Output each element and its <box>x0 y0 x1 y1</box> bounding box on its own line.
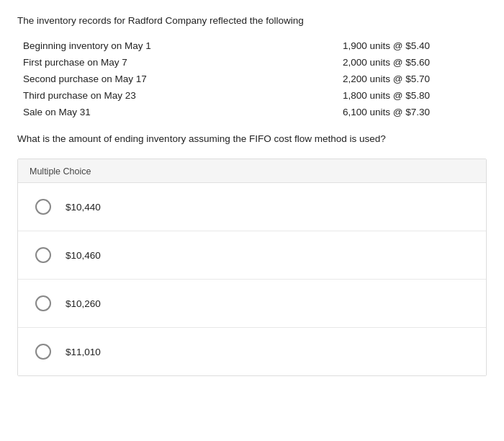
mc-options: $10,440 $10,460 $10,260 $11,010 <box>18 183 486 375</box>
inventory-label-0: Beginning inventory on May 1 <box>23 38 181 55</box>
inventory-row-1: First purchase on May 7 2,000 units @ $5… <box>23 55 487 71</box>
inventory-row-4: Sale on May 31 6,100 units @ $7.30 <box>23 104 487 121</box>
option-label-4: $11,010 <box>66 347 101 357</box>
page-container: The inventory records for Radford Compan… <box>0 0 504 441</box>
mc-option-3[interactable]: $10,260 <box>18 280 486 328</box>
inventory-value-3: 1,800 units @ $5.80 <box>343 88 487 104</box>
inventory-value-0: 1,900 units @ $5.40 <box>343 38 487 55</box>
radio-button-1[interactable] <box>35 199 51 215</box>
mc-header: Multiple Choice <box>18 159 486 183</box>
radio-button-4[interactable] <box>35 344 51 360</box>
radio-button-2[interactable] <box>35 247 51 263</box>
option-label-3: $10,260 <box>66 298 101 309</box>
inventory-row-2: Second purchase on May 17 2,200 units @ … <box>23 71 487 88</box>
inventory-label-4: Sale on May 31 <box>23 104 181 121</box>
inventory-label-1: First purchase on May 7 <box>23 55 181 71</box>
inventory-value-2: 2,200 units @ $5.70 <box>343 71 487 88</box>
mc-option-2[interactable]: $10,460 <box>18 231 486 280</box>
multiple-choice-section: Multiple Choice $10,440 $10,460 $10,260 … <box>17 159 487 376</box>
inventory-value-4: 6,100 units @ $7.30 <box>343 104 487 121</box>
option-label-1: $10,440 <box>66 202 101 213</box>
radio-button-3[interactable] <box>35 295 51 311</box>
mc-option-1[interactable]: $10,440 <box>18 183 486 231</box>
option-label-2: $10,460 <box>66 250 101 261</box>
inventory-value-1: 2,000 units @ $5.60 <box>343 55 487 71</box>
mc-option-4[interactable]: $11,010 <box>18 328 486 375</box>
inventory-row-3: Third purchase on May 23 1,800 units @ $… <box>23 88 487 104</box>
inventory-label-2: Second purchase on May 17 <box>23 71 181 88</box>
inventory-label-3: Third purchase on May 23 <box>23 88 181 104</box>
inventory-row-0: Beginning inventory on May 1 1,900 units… <box>23 38 487 55</box>
intro-text: The inventory records for Radford Compan… <box>17 14 487 28</box>
inventory-table: Beginning inventory on May 1 1,900 units… <box>17 38 487 121</box>
fifo-question-text: What is the amount of ending inventory a… <box>17 133 487 146</box>
